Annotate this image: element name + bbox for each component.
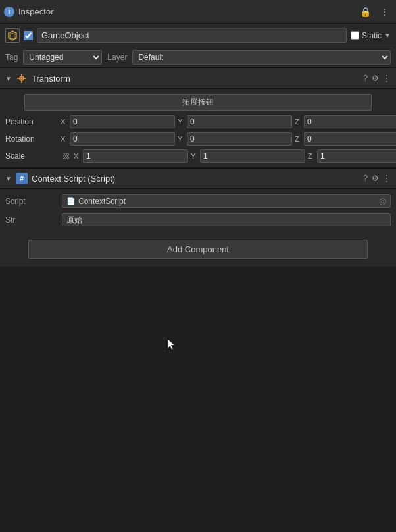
add-component-button[interactable]: Add Component xyxy=(28,240,368,259)
transform-body: 拓展按钮 Position X Y Z Rotation X Y Z Scale… xyxy=(0,89,396,167)
expand-btn-row: 拓展按钮 xyxy=(0,92,396,113)
tag-label: Tag xyxy=(5,53,18,62)
position-fields: X Y Z xyxy=(61,115,396,128)
rotation-z-input[interactable] xyxy=(304,132,396,146)
tag-layer-row: Tag Untagged Layer Default xyxy=(0,47,396,68)
contextscript-menu-icon[interactable]: ⋮ xyxy=(383,174,391,183)
contextscript-body: Script 📄 ContextScript ◎ Str xyxy=(0,189,396,232)
contextscript-title: Context Script (Script) xyxy=(32,174,359,184)
transform-title: Transform xyxy=(32,74,359,84)
static-dropdown-arrow[interactable]: ▼ xyxy=(384,32,391,39)
str-field-label: Str xyxy=(5,215,58,225)
script-field-row: Script 📄 ContextScript ◎ xyxy=(0,192,396,211)
script-field-label: Script xyxy=(5,197,58,206)
contextscript-section-header: ▼ # Context Script (Script) ? ⚙ ⋮ xyxy=(0,168,396,189)
expand-button[interactable]: 拓展按钮 xyxy=(24,94,371,111)
scale-link-icon: ⛓ xyxy=(61,152,71,160)
scale-x-input[interactable] xyxy=(83,149,188,163)
scale-z-input[interactable] xyxy=(317,149,396,163)
gameobject-icon xyxy=(5,28,20,43)
info-icon: i xyxy=(4,7,14,17)
contextscript-collapse-arrow[interactable]: ▼ xyxy=(5,175,12,182)
static-container: Static ▼ xyxy=(351,31,391,40)
mouse-cursor xyxy=(168,339,176,351)
gameobject-checkbox[interactable] xyxy=(24,31,33,40)
transform-collapse-arrow[interactable]: ▼ xyxy=(5,75,12,82)
scale-z-label: Z xyxy=(308,152,314,160)
lock-icon[interactable]: 🔒 xyxy=(357,5,374,18)
rotation-row: Rotation X Y Z xyxy=(0,130,396,147)
title-bar-actions: 🔒 ⋮ xyxy=(357,5,392,18)
scale-y-input[interactable] xyxy=(200,149,305,163)
gameobject-row: Static ▼ xyxy=(0,24,396,47)
scale-label: Scale xyxy=(5,151,58,161)
position-row: Position X Y Z xyxy=(0,113,396,130)
scale-x-label: X xyxy=(74,152,80,160)
script-icon: # xyxy=(16,173,28,184)
scale-row: Scale ⛓ X Y Z xyxy=(0,147,396,165)
rotation-y-label: Y xyxy=(178,135,184,143)
position-z-label: Z xyxy=(295,118,301,126)
contextscript-section-icons: ? ⚙ ⋮ xyxy=(363,174,391,183)
rotation-x-label: X xyxy=(61,135,67,143)
svg-marker-1 xyxy=(10,33,15,39)
menu-icon[interactable]: ⋮ xyxy=(378,5,392,18)
position-x-input[interactable] xyxy=(70,115,175,128)
static-label: Static xyxy=(362,31,382,40)
rotation-x-input[interactable] xyxy=(70,132,175,146)
transform-section-icons: ? ⚙ ⋮ xyxy=(363,74,391,83)
transform-settings-icon[interactable]: ⚙ xyxy=(372,74,379,83)
inspector-title: Inspector xyxy=(18,7,53,16)
position-y-input[interactable] xyxy=(187,115,292,128)
str-field-row: Str xyxy=(0,211,396,229)
position-label: Position xyxy=(5,117,58,126)
title-bar-left: i Inspector xyxy=(4,7,53,17)
layer-select[interactable]: Default xyxy=(132,50,391,65)
script-file-icon: 📄 xyxy=(66,197,76,205)
add-component-row: Add Component xyxy=(0,232,396,267)
scale-y-label: Y xyxy=(191,152,197,160)
rotation-y-input[interactable] xyxy=(187,132,292,146)
layer-label: Layer xyxy=(107,53,127,62)
transform-section-header: ▼ Transform ? ⚙ ⋮ xyxy=(0,68,396,89)
position-x-label: X xyxy=(61,118,67,126)
transform-help-icon[interactable]: ? xyxy=(363,74,368,83)
transform-menu-icon[interactable]: ⋮ xyxy=(383,74,391,83)
position-y-label: Y xyxy=(178,118,184,126)
script-name: ContextScript xyxy=(78,197,126,206)
rotation-label: Rotation xyxy=(5,134,58,144)
static-checkbox[interactable] xyxy=(351,31,359,40)
script-value-container: 📄 ContextScript ◎ xyxy=(62,194,391,208)
contextscript-help-icon[interactable]: ? xyxy=(363,174,368,183)
rotation-z-label: Z xyxy=(295,135,301,143)
position-z-input[interactable] xyxy=(304,115,396,128)
gameobject-name-input[interactable] xyxy=(37,28,347,43)
tag-select[interactable]: Untagged xyxy=(23,50,102,65)
str-input[interactable] xyxy=(62,213,391,226)
title-bar: i Inspector 🔒 ⋮ xyxy=(0,0,396,24)
empty-area xyxy=(0,267,396,497)
rotation-fields: X Y Z xyxy=(61,132,396,146)
script-target-icon[interactable]: ◎ xyxy=(379,196,386,206)
transform-icon xyxy=(16,72,28,84)
contextscript-settings-icon[interactable]: ⚙ xyxy=(372,174,379,183)
scale-fields: ⛓ X Y Z xyxy=(61,149,396,163)
